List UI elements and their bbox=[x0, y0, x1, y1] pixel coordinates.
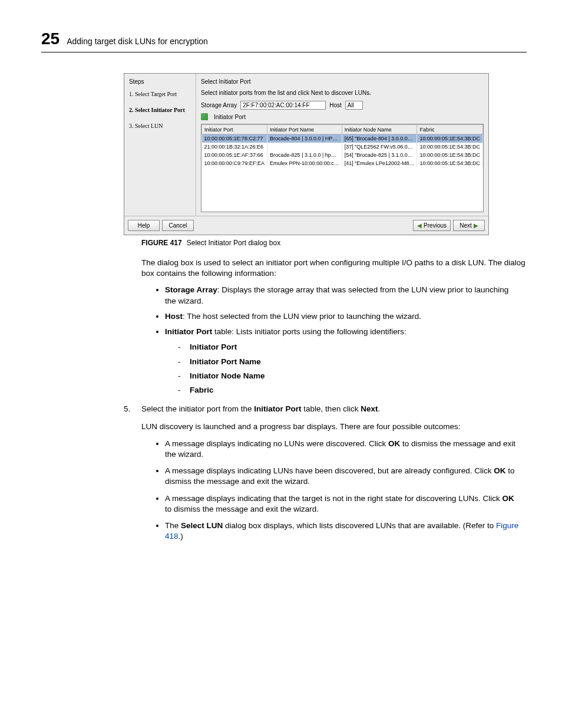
description-list: Storage Array: Displays the storage arra… bbox=[165, 285, 527, 396]
dialog-footer: Help Cancel ◀Previous Next▶ bbox=[124, 216, 488, 235]
cancel-button[interactable]: Cancel bbox=[162, 220, 194, 231]
list-item: Initiator Port table: Lists initiator po… bbox=[165, 327, 521, 396]
help-button[interactable]: Help bbox=[128, 220, 160, 231]
triangle-left-icon: ◀ bbox=[417, 222, 422, 229]
col-fabric[interactable]: Fabric bbox=[417, 125, 483, 134]
step-number: 5. bbox=[124, 404, 141, 414]
identifier-sublist: Initiator Port Initiator Port Name Initi… bbox=[178, 342, 521, 396]
list-item: Storage Array: Displays the storage arra… bbox=[165, 285, 521, 306]
list-item: The Select LUN dialog box displays, whic… bbox=[165, 521, 521, 542]
host-field[interactable]: All bbox=[345, 101, 363, 110]
table-row[interactable]: 10:00:00:00:C9:79:EF:EA Emulex PPN-10:00… bbox=[202, 159, 483, 167]
table-row[interactable]: 10:00:00:05:1E:AF:37:66 Brocade-825 | 3.… bbox=[202, 151, 483, 159]
dialog-heading: Select Initiator Port bbox=[201, 78, 484, 85]
storage-array-label: Storage Array bbox=[201, 102, 237, 108]
table-row[interactable]: 21:00:00:1B:32:1A:26:E6 [37] "QLE2562 FW… bbox=[202, 143, 483, 151]
list-item: Fabric bbox=[178, 385, 521, 396]
triangle-right-icon: ▶ bbox=[474, 222, 478, 229]
list-item: Initiator Port bbox=[178, 342, 521, 353]
step-5: 5. Select the initiator port from the In… bbox=[124, 404, 527, 414]
col-initiator-port[interactable]: Initiator Port bbox=[202, 125, 267, 134]
wizard-steps-panel: Steps 1. Select Target Port 2. Select In… bbox=[124, 74, 196, 216]
initiator-port-label: Initiator Port bbox=[214, 114, 246, 120]
dialog-main-panel: Select Initiator Port Select initiator p… bbox=[196, 74, 488, 216]
next-button[interactable]: Next▶ bbox=[453, 220, 485, 231]
step-5-explain: LUN discovery is launched and a progress… bbox=[141, 421, 527, 432]
list-item: A message displays indicating LUNs have … bbox=[165, 466, 521, 487]
page-header: 25 Adding target disk LUNs for encryptio… bbox=[41, 29, 527, 52]
port-icon bbox=[201, 113, 208, 120]
initiator-port-table[interactable]: Initiator Port Initiator Port Name Initi… bbox=[201, 124, 484, 212]
list-item: A message displays indicating no LUNs we… bbox=[165, 439, 521, 460]
select-initiator-port-dialog: Steps 1. Select Target Port 2. Select In… bbox=[124, 73, 489, 235]
col-initiator-node-name[interactable]: Initiator Node Name bbox=[342, 125, 417, 134]
figure-title: Select Initiator Port dialog box bbox=[187, 239, 280, 247]
storage-array-field[interactable]: 2F:F7:00:02:AC:00:14:FF bbox=[240, 101, 326, 110]
host-label: Host bbox=[329, 102, 342, 108]
list-item: Host: The host selected from the LUN vie… bbox=[165, 311, 521, 322]
outcomes-list: A message displays indicating no LUNs we… bbox=[165, 439, 527, 542]
step-1: 1. Select Target Port bbox=[129, 91, 191, 97]
col-initiator-port-name[interactable]: Initiator Port Name bbox=[267, 125, 342, 134]
figure-caption: FIGURE 417Select Initiator Port dialog b… bbox=[141, 239, 527, 247]
list-item: Initiator Node Name bbox=[178, 371, 521, 381]
step-3: 3. Select LUN bbox=[129, 123, 191, 129]
intro-paragraph: The dialog box is used to select an init… bbox=[141, 258, 527, 279]
previous-button[interactable]: ◀Previous bbox=[413, 220, 451, 231]
list-item: A message displays indicating that the t… bbox=[165, 493, 521, 515]
dialog-instruction: Select initiator ports from the list and… bbox=[201, 90, 484, 96]
figure-number: FIGURE 417 bbox=[141, 239, 182, 247]
page-number: 25 bbox=[41, 29, 59, 48]
table-row[interactable]: 10:00:00:05:1E:78:C2:77 Brocade-804 | 3.… bbox=[202, 134, 483, 143]
page-title: Adding target disk LUNs for encryption bbox=[67, 37, 208, 46]
steps-heading: Steps bbox=[129, 78, 191, 85]
step-2: 2. Select Initiator Port bbox=[129, 107, 191, 113]
list-item: Initiator Port Name bbox=[178, 357, 521, 367]
